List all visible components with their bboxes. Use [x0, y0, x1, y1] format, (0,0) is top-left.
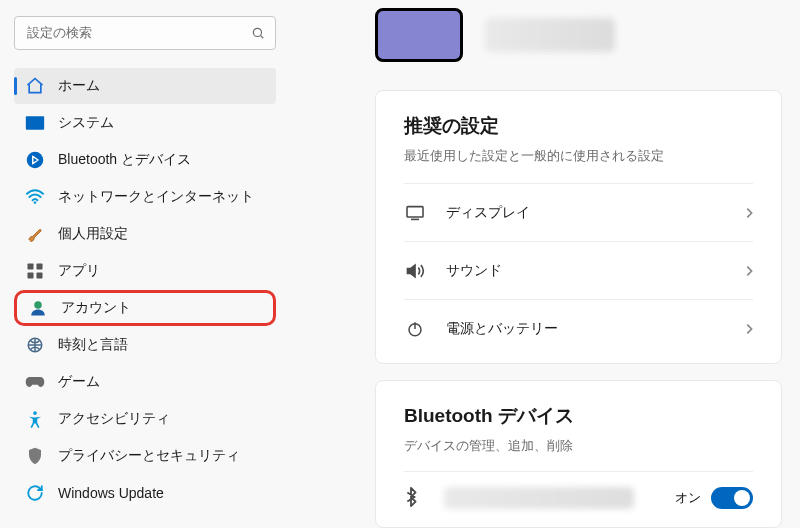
chevron-right-icon [745, 323, 753, 335]
clock-globe-icon [24, 334, 46, 356]
sound-icon [404, 260, 426, 282]
sidebar-item-windows-update[interactable]: Windows Update [14, 475, 276, 511]
settings-row-display[interactable]: ディスプレイ [404, 183, 753, 241]
bluetooth-device-name-placeholder [444, 487, 634, 509]
sidebar-item-label: プライバシーとセキュリティ [58, 447, 240, 465]
toggle-label: オン [675, 489, 701, 507]
system-icon [24, 112, 46, 134]
svg-rect-7 [28, 273, 34, 279]
display-icon [404, 202, 426, 224]
sidebar-item-label: Bluetooth とデバイス [58, 151, 191, 169]
sidebar-item-label: ゲーム [58, 373, 100, 391]
svg-point-4 [34, 201, 37, 204]
bluetooth-icon [24, 149, 46, 171]
sidebar-item-label: アプリ [58, 262, 100, 280]
sidebar-item-system[interactable]: システム [14, 105, 276, 141]
recommended-settings-card: 推奨の設定 最近使用した設定と一般的に使用される設定 ディスプレイ サウンド 電… [375, 90, 782, 364]
search-placeholder: 設定の検索 [27, 24, 251, 42]
user-name-placeholder [485, 18, 615, 52]
sidebar-item-accessibility[interactable]: アクセシビリティ [14, 401, 276, 437]
settings-row-label: ディスプレイ [446, 204, 745, 222]
settings-row-label: 電源とバッテリー [446, 320, 745, 338]
accessibility-icon [24, 408, 46, 430]
wifi-icon [24, 186, 46, 208]
settings-row-sound[interactable]: サウンド [404, 241, 753, 299]
home-icon [24, 75, 46, 97]
sidebar-nav: ホーム システム Bluetooth とデバイス ネットワークとインターネット … [14, 68, 276, 511]
shield-icon [24, 445, 46, 467]
chevron-right-icon [745, 265, 753, 277]
sidebar-item-time-language[interactable]: 時刻と言語 [14, 327, 276, 363]
header [375, 8, 782, 62]
settings-row-label: サウンド [446, 262, 745, 280]
chevron-right-icon [745, 207, 753, 219]
recommended-subtitle: 最近使用した設定と一般的に使用される設定 [404, 147, 753, 165]
sidebar-item-label: 個人用設定 [58, 225, 128, 243]
bluetooth-title: Bluetooth デバイス [404, 403, 753, 429]
bluetooth-devices-card: Bluetooth デバイス デバイスの管理、追加、削除 オン [375, 380, 782, 528]
search-box[interactable]: 設定の検索 [14, 16, 276, 50]
sidebar: 設定の検索 ホーム システム Bluetooth とデバイス ネットワークとイン… [0, 0, 290, 528]
svg-point-3 [27, 152, 44, 169]
update-icon [24, 482, 46, 504]
sidebar-item-label: システム [58, 114, 114, 132]
power-icon [404, 318, 426, 340]
bluetooth-icon [404, 487, 426, 509]
bluetooth-toggle-row: オン [404, 471, 753, 523]
sidebar-item-label: アカウント [61, 299, 131, 317]
svg-rect-2 [26, 116, 44, 129]
sidebar-item-bluetooth[interactable]: Bluetooth とデバイス [14, 142, 276, 178]
sidebar-item-label: ネットワークとインターネット [58, 188, 254, 206]
svg-line-1 [261, 36, 264, 39]
svg-point-11 [33, 411, 37, 415]
sidebar-item-label: ホーム [58, 77, 100, 95]
sidebar-item-label: 時刻と言語 [58, 336, 128, 354]
svg-rect-6 [37, 264, 43, 270]
person-icon [27, 297, 49, 319]
sidebar-item-gaming[interactable]: ゲーム [14, 364, 276, 400]
sidebar-item-network[interactable]: ネットワークとインターネット [14, 179, 276, 215]
recommended-title: 推奨の設定 [404, 113, 753, 139]
svg-rect-8 [37, 273, 43, 279]
bluetooth-subtitle: デバイスの管理、追加、削除 [404, 437, 753, 455]
main-pane: 推奨の設定 最近使用した設定と一般的に使用される設定 ディスプレイ サウンド 電… [375, 0, 800, 528]
sidebar-item-apps[interactable]: アプリ [14, 253, 276, 289]
sidebar-item-accounts[interactable]: アカウント [14, 290, 276, 326]
apps-icon [24, 260, 46, 282]
svg-rect-12 [407, 206, 423, 216]
gamepad-icon [24, 371, 46, 393]
brush-icon [24, 223, 46, 245]
sidebar-item-home[interactable]: ホーム [14, 68, 276, 104]
search-icon [251, 26, 265, 40]
sidebar-item-label: Windows Update [58, 485, 164, 501]
desktop-thumbnail[interactable] [375, 8, 463, 62]
sidebar-item-privacy[interactable]: プライバシーとセキュリティ [14, 438, 276, 474]
svg-point-0 [253, 28, 261, 36]
svg-point-9 [34, 301, 42, 309]
svg-rect-5 [28, 264, 34, 270]
settings-row-power[interactable]: 電源とバッテリー [404, 299, 753, 357]
bluetooth-toggle[interactable] [711, 487, 753, 509]
sidebar-item-label: アクセシビリティ [58, 410, 170, 428]
sidebar-item-personalization[interactable]: 個人用設定 [14, 216, 276, 252]
